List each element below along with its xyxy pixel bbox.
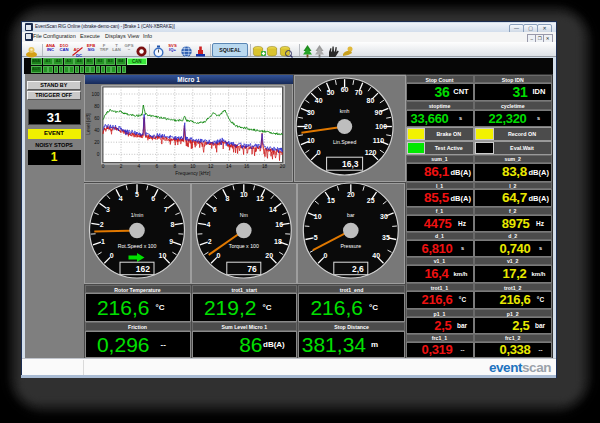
svg-text:16,3: 16,3 — [342, 159, 359, 169]
svg-text:0: 0 — [317, 149, 321, 156]
svg-text:3: 3 — [106, 206, 110, 213]
svg-text:6: 6 — [213, 206, 217, 213]
svg-text:6: 6 — [151, 195, 155, 202]
svg-text:7: 7 — [164, 206, 168, 213]
svg-text:5: 5 — [135, 191, 139, 198]
svg-text:15: 15 — [327, 197, 335, 204]
svg-text:Nm: Nm — [240, 212, 248, 218]
svg-text:60: 60 — [341, 86, 349, 93]
svg-text:Rot.Speed x 100: Rot.Speed x 100 — [118, 243, 157, 249]
svg-text:0: 0 — [216, 252, 220, 259]
svg-text:1/min: 1/min — [131, 212, 144, 218]
svg-text:2,6: 2,6 — [352, 264, 364, 274]
svg-text:20: 20 — [265, 252, 273, 259]
svg-text:100: 100 — [375, 123, 387, 130]
svg-text:12: 12 — [256, 195, 264, 202]
svg-text:120: 120 — [365, 149, 377, 156]
svg-text:Torque x 100: Torque x 100 — [229, 243, 259, 249]
svg-text:8: 8 — [170, 221, 174, 228]
svg-text:70: 70 — [355, 89, 363, 96]
svg-text:20: 20 — [347, 191, 355, 198]
svg-text:Pressure: Pressure — [340, 243, 361, 249]
svg-text:30: 30 — [307, 109, 315, 116]
svg-text:2: 2 — [100, 221, 104, 228]
svg-text:40: 40 — [315, 97, 323, 104]
svg-text:9: 9 — [169, 238, 173, 245]
svg-text:35: 35 — [382, 234, 390, 241]
svg-text:4: 4 — [119, 195, 123, 202]
svg-text:162: 162 — [136, 264, 150, 274]
svg-text:80: 80 — [367, 97, 375, 104]
svg-text:40: 40 — [372, 252, 380, 259]
svg-text:10: 10 — [307, 137, 315, 144]
svg-text:8: 8 — [226, 195, 230, 202]
svg-text:110: 110 — [373, 137, 384, 144]
svg-text:18: 18 — [274, 238, 282, 245]
svg-text:16: 16 — [275, 221, 283, 228]
svg-text:90: 90 — [375, 109, 383, 116]
svg-text:2: 2 — [208, 238, 212, 245]
svg-text:10: 10 — [314, 213, 322, 220]
svg-text:50: 50 — [327, 89, 335, 96]
svg-text:kmh: kmh — [340, 108, 350, 114]
svg-text:30: 30 — [380, 213, 388, 220]
svg-text:bar: bar — [347, 212, 355, 218]
svg-text:20: 20 — [304, 123, 312, 130]
svg-text:Lin.Speed: Lin.Speed — [333, 139, 356, 145]
svg-text:76: 76 — [247, 264, 257, 274]
svg-text:4: 4 — [206, 221, 210, 228]
svg-text:25: 25 — [367, 197, 375, 204]
svg-text:0: 0 — [323, 252, 327, 259]
svg-text:10: 10 — [159, 252, 167, 259]
svg-text:5: 5 — [314, 234, 318, 241]
svg-text:0: 0 — [110, 252, 114, 259]
svg-text:14: 14 — [269, 206, 277, 213]
svg-text:1: 1 — [101, 238, 105, 245]
svg-text:10: 10 — [240, 191, 248, 198]
